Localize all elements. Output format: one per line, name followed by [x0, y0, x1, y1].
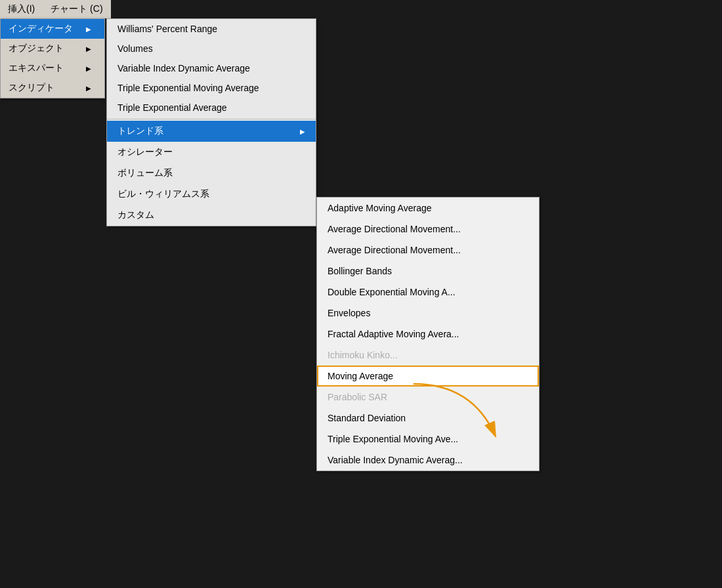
l3-adx2[interactable]: Average Directional Movement...	[317, 240, 539, 261]
submenu-arrow: ▶	[86, 65, 91, 72]
trend-submenu: Adaptive Moving Average Average Directio…	[316, 197, 540, 471]
l2-tema[interactable]: Triple Exponential Moving Average	[107, 78, 316, 98]
l3-moving-average[interactable]: Moving Average	[317, 366, 539, 387]
l3-frama[interactable]: Fractal Adaptive Moving Avera...	[317, 324, 539, 345]
l3-parabolic[interactable]: Parabolic SAR	[317, 387, 539, 408]
menu-object[interactable]: オブジェクト ▶	[1, 39, 104, 58]
l2-volumes[interactable]: Volumes	[107, 39, 316, 58]
l2-custom[interactable]: カスタム	[107, 205, 316, 226]
l2-bill-williams[interactable]: ビル・ウィリアムス系	[107, 184, 316, 205]
menu-expert[interactable]: エキスパート ▶	[1, 58, 104, 78]
l3-ichimoku[interactable]: Ichimoku Kinko...	[317, 345, 539, 366]
l3-bollinger[interactable]: Bollinger Bands	[317, 261, 539, 282]
menubar-insert[interactable]: 挿入(I)	[0, 1, 43, 18]
l2-volume[interactable]: ボリューム系	[107, 163, 316, 184]
l3-vidya[interactable]: Variable Index Dynamic Averag...	[317, 450, 539, 471]
insert-menu: インディケータ ▶ オブジェクト ▶ エキスパート ▶ スクリプト ▶	[0, 18, 105, 98]
submenu-arrow: ▶	[86, 85, 91, 92]
l3-dema[interactable]: Double Exponential Moving A...	[317, 282, 539, 303]
menu-indicator[interactable]: インディケータ ▶	[1, 19, 104, 39]
l3-tema2[interactable]: Triple Exponential Moving Ave...	[317, 429, 539, 450]
submenu-arrow: ▶	[300, 128, 305, 135]
submenu-arrow: ▶	[86, 45, 91, 52]
menubar-chart[interactable]: チャート (C)	[43, 1, 110, 18]
indicator-submenu: Williams' Percent Range Volumes Variable…	[106, 18, 316, 226]
l3-envelopes[interactable]: Envelopes	[317, 303, 539, 324]
l2-trend[interactable]: トレンド系 ▶	[107, 121, 316, 142]
l2-oscillator[interactable]: オシレーター	[107, 142, 316, 163]
l2-trix[interactable]: Triple Exponential Average	[107, 98, 316, 117]
l2-vida[interactable]: Variable Index Dynamic Average	[107, 58, 316, 78]
l3-ama[interactable]: Adaptive Moving Average	[317, 198, 539, 219]
menu-script[interactable]: スクリプト ▶	[1, 78, 104, 98]
menubar: 挿入(I) チャート (C)	[0, 0, 111, 18]
submenu-arrow: ▶	[86, 26, 91, 33]
l2-williams[interactable]: Williams' Percent Range	[107, 19, 316, 39]
l3-stddev[interactable]: Standard Deviation	[317, 408, 539, 429]
l3-adx1[interactable]: Average Directional Movement...	[317, 219, 539, 240]
separator	[107, 119, 316, 119]
